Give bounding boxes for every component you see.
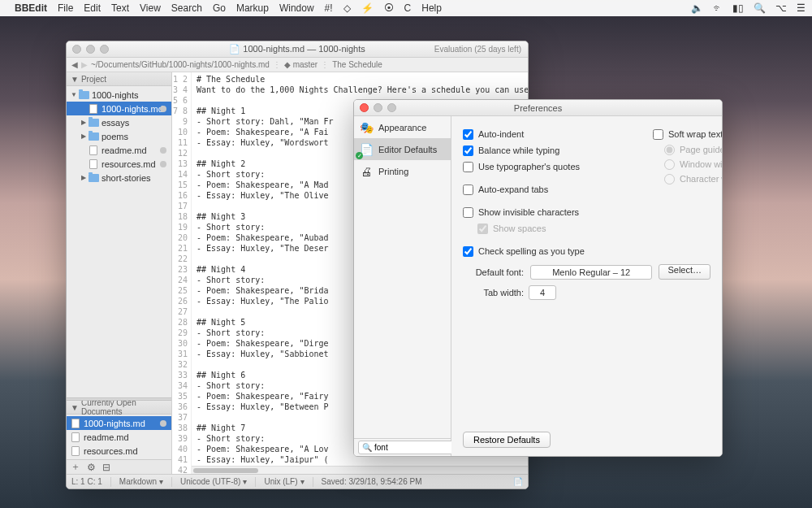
prefs-category[interactable]: 🖨Printing: [354, 160, 451, 182]
menu-window[interactable]: Window: [279, 2, 314, 14]
zoom-icon[interactable]: [100, 45, 109, 54]
select-font-button[interactable]: Select…: [659, 264, 710, 280]
prefs-category[interactable]: 📄Editor Defaults✓: [354, 138, 451, 160]
tree-row[interactable]: readme.md: [67, 143, 171, 157]
path-segment[interactable]: ~/Documents/GitHub/1000-nights/1000-nigh…: [91, 60, 270, 69]
opt-softwrap[interactable]: Soft wrap text to:: [653, 126, 723, 142]
speaker-icon[interactable]: 🔈: [691, 2, 703, 14]
collapse-icon[interactable]: ⊟: [102, 462, 110, 473]
tree-row[interactable]: resources.md: [67, 157, 171, 171]
menu-icon-4[interactable]: C: [404, 2, 412, 14]
menubar: BBEdit File Edit Text View Search Go Mar…: [0, 0, 812, 16]
close-icon[interactable]: [360, 103, 369, 112]
menu-scripts[interactable]: #!: [325, 2, 333, 14]
language-selector[interactable]: Markdown ▾: [119, 477, 163, 486]
sidebar-footer: ＋ ⚙ ⊟: [67, 459, 171, 474]
tree-row[interactable]: ▶poems: [67, 129, 171, 143]
branch-segment[interactable]: ◆ master: [284, 60, 317, 69]
toggles-icon[interactable]: ⌥: [775, 2, 787, 14]
project-sidebar: ▼ Project ▼1000-nights1000-nights.md▶ess…: [67, 72, 172, 474]
tab-width-row: Tab width: 4: [463, 285, 710, 300]
tree-row[interactable]: ▼1000-nights: [67, 88, 171, 102]
line-gutter: 1 2 3 4 5 6 7 8 9 10 11 12 13 14 15 16 1…: [172, 72, 192, 474]
menu-icon-1[interactable]: ◇: [343, 2, 351, 14]
preferences-window: Preferences 🎭Appearance📄Editor Defaults✓…: [353, 99, 723, 457]
tree-row[interactable]: ▶essays: [67, 115, 171, 129]
add-icon[interactable]: ＋: [71, 460, 80, 474]
restore-defaults-button[interactable]: Restore Defaults: [463, 432, 551, 448]
open-docs-header[interactable]: ▼ Currently Open Documents: [67, 401, 171, 415]
battery-icon[interactable]: ▮▯: [732, 2, 744, 14]
tree-row[interactable]: ▶short-stories: [67, 171, 171, 185]
default-font-field: Menlo Regular – 12: [530, 265, 652, 280]
menu-icon-2[interactable]: ⚡: [361, 2, 374, 14]
menu-edit[interactable]: Edit: [84, 2, 101, 14]
opt-invisible[interactable]: Show invisible characters: [463, 204, 710, 220]
prefs-search: 🔍 ⊗: [354, 438, 451, 456]
open-docs-list: 1000-nights.mdreadme.mdresources.md: [67, 415, 171, 459]
open-doc-row[interactable]: resources.md: [67, 444, 171, 458]
open-doc-row[interactable]: 1000-nights.md: [67, 416, 171, 430]
nav-fwd-icon[interactable]: ▶: [81, 60, 88, 69]
zoom-icon[interactable]: [387, 103, 396, 112]
radio-page-guide: Page guide: [653, 142, 723, 157]
doc-icon[interactable]: 📄: [513, 477, 523, 486]
wifi-icon[interactable]: ᯤ: [713, 2, 723, 14]
menu-view[interactable]: View: [140, 2, 161, 14]
section-segment[interactable]: The Schedule: [332, 60, 382, 69]
cursor-pos[interactable]: L: 1 C: 1: [71, 477, 102, 486]
prefs-titlebar[interactable]: Preferences: [354, 100, 722, 116]
menu-file[interactable]: File: [58, 2, 73, 14]
prefs-panel: Auto-indent Balance while typing Use typ…: [451, 116, 722, 456]
saved-label: Saved: 3/29/18, 9:54:26 PM: [322, 477, 422, 486]
default-font-row: Default font: Menlo Regular – 12 Select…: [463, 264, 710, 280]
prefs-title: Preferences: [354, 103, 722, 113]
prefs-category[interactable]: 🎭Appearance: [354, 116, 451, 138]
minimize-icon[interactable]: [86, 45, 95, 54]
search-icon: 🔍: [362, 443, 372, 452]
opt-spellcheck[interactable]: Check spelling as you type: [463, 243, 710, 259]
minimize-icon[interactable]: [374, 103, 382, 112]
line-ending-selector[interactable]: Unix (LF) ▾: [264, 477, 304, 486]
menu-help[interactable]: Help: [421, 2, 442, 14]
menu-go[interactable]: Go: [213, 2, 226, 14]
evaluation-label: Evaluation (25 days left): [434, 45, 521, 54]
status-bar: L: 1 C: 1 Markdown ▾ Unicode (UTF-8) ▾ U…: [67, 474, 528, 488]
project-tree: ▼1000-nights1000-nights.md▶essays▶poemsr…: [67, 86, 171, 186]
list-icon[interactable]: ☰: [797, 2, 806, 14]
tree-row[interactable]: 1000-nights.md: [67, 102, 171, 115]
spotlight-icon[interactable]: 🔍: [754, 2, 766, 14]
tab-width-label: Tab width:: [463, 288, 524, 297]
opt-show-spaces: Show spaces: [463, 220, 710, 237]
horizontal-scrollbar[interactable]: [192, 466, 528, 474]
close-icon[interactable]: [72, 45, 81, 54]
default-font-label: Default font:: [463, 267, 524, 277]
encoding-selector[interactable]: Unicode (UTF-8) ▾: [180, 477, 247, 486]
radio-window-width: Window width: [653, 157, 723, 172]
prefs-category-list: 🎭Appearance📄Editor Defaults✓🖨Printing 🔍 …: [354, 116, 451, 456]
project-header[interactable]: ▼ Project: [67, 72, 171, 86]
menu-search[interactable]: Search: [171, 2, 202, 14]
editor-titlebar[interactable]: 📄 1000-nights.md — 1000-nights Evaluatio…: [67, 41, 528, 58]
menu-text[interactable]: Text: [111, 2, 129, 14]
gear-icon[interactable]: ⚙: [87, 462, 96, 473]
menu-icon-3[interactable]: ⦿: [384, 2, 394, 14]
tab-width-field[interactable]: 4: [529, 285, 556, 300]
open-doc-row[interactable]: readme.md: [67, 430, 171, 444]
menu-markup[interactable]: Markup: [236, 2, 269, 14]
nav-back-icon[interactable]: ◀: [71, 60, 78, 69]
path-bar[interactable]: ◀ ▶ ~/Documents/GitHub/1000-nights/1000-…: [67, 58, 528, 72]
app-menu[interactable]: BBEdit: [15, 2, 47, 14]
radio-char-width: Character width:80: [653, 172, 723, 186]
